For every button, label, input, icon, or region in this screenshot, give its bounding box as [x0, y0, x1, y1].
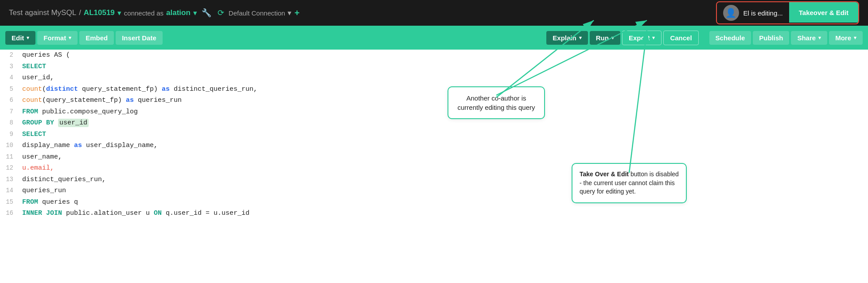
- user-caret-icon[interactable]: ▾: [193, 8, 197, 18]
- export-caret-icon: ▾: [652, 35, 655, 41]
- format-label: Format: [43, 34, 66, 42]
- keyword-blue: as: [126, 97, 134, 104]
- top-bar-branch[interactable]: AL10519: [84, 8, 115, 17]
- keyword-green: INNER JOIN: [22, 209, 62, 217]
- run-caret-icon: ▾: [611, 35, 614, 41]
- line-number: 9: [0, 129, 22, 140]
- line-number: 4: [0, 73, 22, 83]
- line-number: 10: [0, 140, 22, 151]
- insert-date-button[interactable]: Insert Date: [116, 31, 163, 45]
- more-label: More: [835, 34, 851, 42]
- keyword-blue: as: [162, 85, 170, 93]
- add-connection-icon[interactable]: +: [294, 8, 300, 18]
- table-row: 8 GROUP BY user_id: [0, 117, 868, 129]
- line-number: 3: [0, 62, 22, 72]
- explain-caret-icon: ▾: [579, 35, 582, 41]
- plain-token: (query_statement_fp): [42, 97, 126, 104]
- plain-token: [54, 119, 58, 127]
- top-bar-user[interactable]: alation: [166, 8, 191, 17]
- editor-info-left: 👤 El is editing...: [717, 2, 789, 23]
- more-button[interactable]: More ▾: [829, 31, 863, 45]
- table-row: 10 display_name as user_display_name,: [0, 140, 868, 151]
- table-row: 9SELECT: [0, 129, 868, 140]
- code-content: user_id,: [22, 72, 54, 84]
- keyword-green: FROM: [22, 108, 38, 116]
- keyword-green: SELECT: [22, 131, 46, 138]
- cancel-button[interactable]: Cancel: [663, 31, 698, 45]
- export-label: Export: [629, 34, 650, 42]
- plain-token: user_name,: [22, 153, 62, 161]
- refresh-icon[interactable]: ⟳: [218, 8, 224, 18]
- editor-label: El is editing...: [743, 9, 783, 17]
- connection-label[interactable]: Default Connection: [229, 9, 285, 17]
- table-row: 15FROM queries q: [0, 197, 868, 208]
- plain-token: queries_run: [22, 187, 66, 194]
- avatar-icon: 👤: [725, 8, 736, 18]
- cancel-label: Cancel: [670, 34, 692, 42]
- table-row: 2queries AS (: [0, 50, 868, 61]
- table-row: 14 queries_run: [0, 185, 868, 197]
- more-caret-icon: ▾: [854, 35, 856, 41]
- top-bar-right: 👤 El is editing... Takeover & Edit: [716, 1, 859, 24]
- embed-label: Embed: [86, 34, 108, 42]
- string-token: u.email,: [22, 164, 54, 172]
- publish-button[interactable]: Publish: [753, 31, 789, 45]
- plain-token: user_display_name,: [82, 142, 158, 149]
- plain-token: user_id,: [22, 74, 54, 81]
- line-number: 15: [0, 197, 22, 208]
- line-number: 11: [0, 152, 22, 163]
- export-button[interactable]: Export ▾: [622, 31, 662, 45]
- top-bar-sep: /: [79, 8, 81, 17]
- table-row: 7 FROM public.compose_query_log: [0, 106, 868, 118]
- line-number: 5: [0, 84, 22, 95]
- plain-token: q.user_id = u.user_id: [162, 209, 249, 217]
- share-button[interactable]: Share ▾: [791, 31, 827, 45]
- share-caret-icon: ▾: [818, 35, 821, 41]
- avatar: 👤: [723, 5, 739, 21]
- publish-label: Publish: [759, 34, 783, 42]
- schedule-button[interactable]: Schedule: [709, 31, 751, 45]
- plain-token: distinct_queries_run,: [22, 176, 106, 183]
- code-content: count(distinct query_statement_fp) as di…: [22, 84, 257, 95]
- code-content: queries AS (: [22, 50, 70, 61]
- code-content: FROM queries q: [22, 197, 78, 208]
- run-button[interactable]: Run ▾: [590, 31, 620, 45]
- line-number: 14: [0, 186, 22, 196]
- table-row: 13 distinct_queries_run,: [0, 174, 868, 186]
- code-content: count(query_statement_fp) as queries_run: [22, 95, 182, 106]
- code-content: u.email,: [22, 163, 54, 174]
- plain-token: queries AS (: [22, 51, 70, 59]
- plain-token: public.compose_query_log: [38, 108, 138, 116]
- editor-info-box: 👤 El is editing... Takeover & Edit: [716, 1, 859, 24]
- wrench-icon: 🔧: [202, 8, 211, 18]
- run-label: Run: [596, 34, 609, 42]
- edit-caret-icon: ▾: [27, 35, 29, 41]
- code-editor[interactable]: 2queries AS (3 SELECT4 user_id,5 count(d…: [0, 50, 868, 219]
- plain-token: queries_run: [134, 97, 182, 104]
- plain-token: queries q: [38, 198, 78, 206]
- embed-button[interactable]: Embed: [79, 31, 114, 45]
- schedule-label: Schedule: [716, 34, 745, 42]
- line-number: 12: [0, 163, 22, 174]
- explain-button[interactable]: Explain ▾: [546, 31, 588, 45]
- takeover-callout-text: Take Over & Edit button is disabled - th…: [580, 171, 679, 195]
- toolbar: Edit ▾ Format ▾ Embed Insert Date Explai…: [0, 26, 868, 50]
- edit-button[interactable]: Edit ▾: [5, 31, 35, 45]
- code-content: GROUP BY user_id: [22, 117, 89, 129]
- connection-caret-icon[interactable]: ▾: [288, 8, 292, 18]
- coauthor-callout-text: Another co-author is currently editing t…: [457, 94, 535, 111]
- plain-token: distinct_queries_run,: [170, 85, 257, 93]
- plain-token: query_statement_fp): [78, 85, 162, 93]
- code-content: SELECT: [22, 61, 46, 73]
- code-content: FROM public.compose_query_log: [22, 106, 138, 118]
- keyword-green: FROM: [22, 198, 38, 206]
- explain-label: Explain: [553, 34, 576, 42]
- line-number: 2: [0, 50, 22, 61]
- branch-caret-icon[interactable]: ▾: [117, 8, 121, 18]
- top-bar-left: Test against MySQL / AL10519 ▾ connected…: [9, 8, 300, 18]
- takeover-edit-button[interactable]: Takeover & Edit: [789, 2, 858, 23]
- function-token: count: [22, 85, 42, 93]
- format-button[interactable]: Format ▾: [37, 31, 78, 45]
- code-content: INNER JOIN public.alation_user u ON q.us…: [22, 208, 249, 219]
- code-content: user_name,: [22, 151, 62, 163]
